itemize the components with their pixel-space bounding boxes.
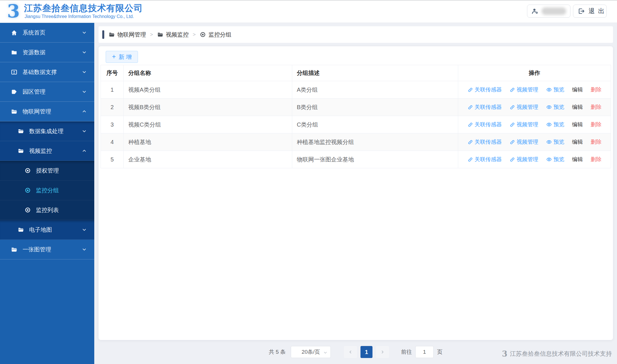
cell-desc: C类分组 (292, 116, 458, 133)
action-delete[interactable]: 删除 (591, 121, 602, 128)
action-edit[interactable]: 编辑 (572, 138, 583, 146)
sidebar-item-base-data-support[interactable]: 基础数据支撑 (0, 62, 94, 82)
breadcrumb-item-iot[interactable]: 物联网管理 (109, 31, 146, 39)
action-edit[interactable]: 编辑 (572, 121, 583, 128)
cell-index: 5 (101, 151, 124, 168)
sidebar-item-label: 系统首页 (23, 29, 45, 37)
sidebar-item-label: 物联网管理 (23, 108, 51, 115)
action-preview[interactable]: 预览 (546, 138, 564, 146)
action-video-manage[interactable]: 视频管理 (510, 103, 538, 111)
cell-name: 视频C类分组 (124, 116, 292, 133)
action-link-sensor[interactable]: 关联传感器 (468, 86, 502, 93)
add-button[interactable]: + 新 增 (106, 51, 138, 63)
action-edit[interactable]: 编辑 (572, 156, 583, 163)
folder-open-icon (18, 148, 24, 154)
action-link-sensor[interactable]: 关联传感器 (468, 121, 502, 128)
cell-desc: 种植基地监控视频分组 (292, 133, 458, 151)
folder-open-icon (11, 108, 17, 115)
footer-support: 3 江苏叁拾叁信息技术有限公司技术支持 (502, 350, 612, 358)
sidebar-item-video-monitor[interactable]: 视频监控 (0, 141, 94, 161)
action-delete[interactable]: 删除 (591, 138, 602, 146)
pagination-total: 共 5 条 (269, 348, 286, 356)
action-video-manage[interactable]: 视频管理 (510, 121, 538, 128)
page-size-select[interactable]: 20条/页 (291, 346, 331, 358)
action-delete[interactable]: 删除 (591, 103, 602, 111)
action-edit[interactable]: 编辑 (572, 86, 583, 93)
chevron-down-icon (82, 129, 87, 134)
home-icon (11, 29, 17, 36)
chevron-down-icon (82, 30, 87, 35)
cell-name: 企业基地 (124, 151, 292, 168)
sidebar-item-data-integration[interactable]: 数据集成处理 (0, 121, 94, 141)
current-page-button[interactable]: 1 (360, 346, 372, 358)
page-size-value: 20条/页 (302, 348, 320, 356)
cell-desc: B类分组 (292, 99, 458, 116)
header-bar: 3 江苏叁拾叁信息技术有限公司 Jiangsu Three&three Info… (0, 0, 617, 23)
action-link-sensor[interactable]: 关联传感器 (468, 138, 502, 146)
chevron-down-icon (82, 89, 87, 94)
cell-name: 种植基地 (124, 133, 292, 151)
sidebar-item-electronic-map[interactable]: 电子地图 (0, 220, 94, 240)
col-header-desc: 分组描述 (292, 65, 458, 81)
action-delete[interactable]: 删除 (591, 156, 602, 163)
add-button-label: 新 增 (119, 53, 132, 61)
action-video-manage[interactable]: 视频管理 (510, 86, 538, 93)
sidebar-item-resource-data[interactable]: 资源数据 (0, 43, 94, 62)
col-header-actions: 操作 (458, 65, 611, 81)
sidebar-item-monitor-group[interactable]: 监控分组 (0, 181, 94, 200)
sidebar-item-auth-management[interactable]: 授权管理 (0, 161, 94, 181)
goto-page-input[interactable] (415, 346, 434, 358)
user-gear-icon (531, 7, 539, 15)
breadcrumb-separator: > (150, 32, 153, 38)
sidebar-item-label: 数据集成处理 (29, 127, 63, 135)
chevron-up-icon (82, 148, 87, 153)
breadcrumb-separator: > (193, 32, 196, 38)
action-preview[interactable]: 预览 (546, 103, 564, 111)
page-unit-label: 页 (437, 348, 442, 356)
folder-open-icon (157, 31, 163, 38)
user-account-button[interactable] (527, 5, 570, 18)
action-link-sensor[interactable]: 关联传感器 (468, 103, 502, 111)
sidebar-item-label: 基础数据支撑 (23, 68, 57, 76)
sidebar-item-label: 监控分组 (36, 187, 59, 194)
table-row: 1 视频A类分组 A类分组 关联传感器 视频管理 预览 编辑 删除 (101, 81, 611, 99)
sidebar-item-park-management[interactable]: 园区管理 (0, 82, 94, 102)
cell-desc: A类分组 (292, 81, 458, 99)
breadcrumb: 物联网管理 > 视频监控 > 监控分组 (99, 26, 613, 43)
action-video-manage[interactable]: 视频管理 (510, 156, 538, 163)
chevron-down-icon (82, 227, 87, 232)
sidebar-item-system-home[interactable]: 系统首页 (0, 23, 94, 43)
sidebar-item-label: 授权管理 (36, 167, 59, 175)
sidebar-item-one-map-management[interactable]: 一张图管理 (0, 240, 94, 259)
logout-button[interactable]: 退 出 (573, 5, 607, 18)
action-video-manage[interactable]: 视频管理 (510, 138, 538, 146)
action-preview[interactable]: 预览 (546, 86, 564, 93)
window-top-edge (0, 0, 617, 1)
sidebar-item-iot-management[interactable]: 物联网管理 (0, 102, 94, 121)
radio-icon (25, 207, 31, 213)
cell-index: 2 (101, 99, 124, 116)
group-table: 序号 分组名称 分组描述 操作 1 视频A类分组 A类分组 关联传感器 (101, 65, 611, 168)
cell-name: 视频A类分组 (124, 81, 292, 99)
action-preview[interactable]: 预览 (546, 156, 564, 163)
breadcrumb-item-video[interactable]: 视频监控 (157, 31, 189, 39)
breadcrumb-item-monitor-group[interactable]: 监控分组 (200, 31, 231, 39)
action-link-sensor[interactable]: 关联传感器 (468, 156, 502, 163)
folder-icon (11, 49, 17, 56)
logout-label: 退 出 (588, 7, 605, 15)
company-logo-icon: 3 (502, 350, 507, 358)
cell-desc: 物联网一张图企业基地 (292, 151, 458, 168)
action-edit[interactable]: 编辑 (572, 103, 583, 111)
action-preview[interactable]: 预览 (546, 121, 564, 128)
plus-icon: + (112, 53, 116, 60)
folder-open-icon (18, 128, 24, 134)
breadcrumb-accent-bar (102, 30, 104, 39)
sidebar-item-label: 电子地图 (29, 226, 52, 234)
action-delete[interactable]: 删除 (591, 86, 602, 93)
table-row: 5 企业基地 物联网一张图企业基地 关联传感器 视频管理 预览 编辑 删除 (101, 151, 611, 168)
sidebar-item-monitor-list[interactable]: 监控列表 (0, 200, 94, 220)
blurred-username (542, 7, 566, 15)
next-page-button[interactable] (376, 346, 389, 358)
cell-index: 4 (101, 133, 124, 151)
prev-page-button[interactable] (344, 346, 357, 358)
